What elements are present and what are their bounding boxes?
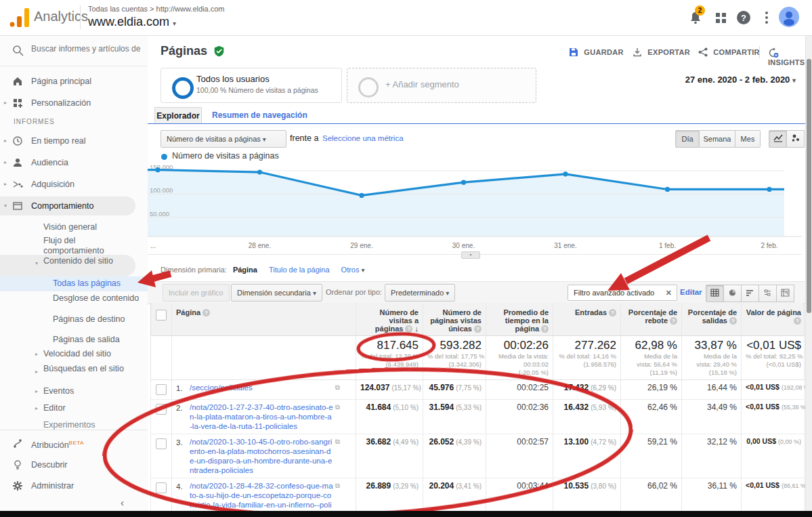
help-icon[interactable]: ? <box>735 9 752 26</box>
help-badge-icon[interactable]: ? <box>670 317 677 325</box>
row-checkbox[interactable] <box>156 404 167 415</box>
sidebar-item-behavior-flow[interactable]: Flujo del comportamiento <box>43 236 138 256</box>
sidebar-item-admin[interactable]: Administrar <box>0 477 148 495</box>
line-chart-button[interactable] <box>769 130 787 148</box>
dimension-page-title[interactable]: Titulo de la página <box>269 266 330 274</box>
sidebar-bottom-group: AtribuciónBETA Descubrir Administrar ‹ <box>0 430 148 517</box>
export-button[interactable]: EXPORTAR <box>633 47 690 57</box>
sidebar-item-experiments[interactable]: Experimentos <box>43 420 138 430</box>
sidebar-item-home[interactable]: Página principal <box>0 73 148 90</box>
segment-card-all-users[interactable]: Todos los usuarios 100,00 % Número de vi… <box>161 68 342 103</box>
dimension-others[interactable]: Otros ▾ <box>341 266 365 274</box>
metric-selector-dropdown[interactable]: Número de visitas a páginas ▾ <box>161 130 286 148</box>
row-checkbox[interactable] <box>156 438 167 449</box>
day-button[interactable]: Día <box>675 130 700 148</box>
analytics-logo-icon[interactable] <box>9 8 30 27</box>
comparison-view-button[interactable] <box>759 285 777 302</box>
select-all-checkbox[interactable] <box>156 310 167 320</box>
share-button[interactable]: COMPARTIR <box>698 47 760 57</box>
add-segment-card[interactable]: + Añadir segmento <box>347 68 536 103</box>
data-table-view-button[interactable] <box>706 285 724 302</box>
chart-resize-handle[interactable]: ▾ <box>461 251 480 259</box>
help-badge-icon[interactable]: ? <box>794 317 801 325</box>
column-header[interactable]: Página? <box>171 303 356 335</box>
sidebar-item-overview[interactable]: Visión general <box>43 222 138 232</box>
sidebar-item-acquisition[interactable]: ▸ Adquisición <box>0 175 148 193</box>
sidebar-item-all-pages[interactable]: Todas las páginas <box>53 278 141 289</box>
sidebar-item-audience[interactable]: ▸ Audiencia <box>0 154 148 171</box>
help-badge-icon[interactable]: ? <box>541 325 549 333</box>
sort-type-dropdown[interactable]: Predeterminado ▾ <box>385 284 455 302</box>
scrollbar-thumb[interactable] <box>807 59 811 313</box>
sidebar-item-customization[interactable]: ▸ Personalización <box>0 94 148 112</box>
edit-filter-link[interactable]: Editar <box>680 288 702 296</box>
month-button[interactable]: Mes <box>735 130 761 148</box>
page-cell: 2./nota/2020-1-27-2-37-40-otro-asesinato… <box>171 400 356 434</box>
include-in-chart-button[interactable]: Incluir en gráfico <box>163 284 230 302</box>
sidebar-item-attribution[interactable]: AtribuciónBETA <box>0 434 148 452</box>
open-page-icon[interactable]: ⧉ <box>333 482 340 489</box>
expand-arrow-icon: ▸ <box>35 369 38 375</box>
vertical-scrollbar[interactable] <box>805 35 812 517</box>
help-badge-icon[interactable]: ? <box>474 325 482 333</box>
sidebar-item-behavior[interactable]: ▾ Comportamiento <box>0 197 148 215</box>
secondary-dimension-dropdown[interactable]: Dimensión secundaria ▾ <box>231 284 322 302</box>
column-header[interactable]: Valor de página? <box>741 303 805 335</box>
help-badge-icon[interactable]: ? <box>609 309 616 316</box>
performance-view-button[interactable] <box>742 285 759 302</box>
week-button[interactable]: Semana <box>700 130 735 148</box>
table-row: 2./nota/2020-1-27-2-37-40-otro-asesinato… <box>150 400 805 434</box>
column-header[interactable]: Número de visitas a páginas? ↓ <box>356 303 423 335</box>
help-badge-icon[interactable]: ? <box>729 317 737 325</box>
collapse-sidebar-icon[interactable]: ‹ <box>121 497 124 508</box>
tab-explorer[interactable]: Explorador <box>154 107 202 124</box>
dimension-page[interactable]: Página <box>233 266 257 274</box>
sort-type-label: Ordenar por tipo: <box>326 288 382 296</box>
sidebar-item-site-speed[interactable]: Velocidad del sitio <box>43 349 138 359</box>
pivot-view-button[interactable] <box>777 285 794 302</box>
beta-badge: BETA <box>69 440 84 446</box>
column-header[interactable]: Promedio de tiempo en la página? <box>486 303 553 335</box>
account-selector[interactable]: www.eldia.com ▾ <box>88 15 176 29</box>
page-url-link[interactable]: /nota/2020-1-27-2-37-40-otro-asesinato-e… <box>190 402 333 431</box>
close-icon[interactable]: ✕ <box>666 285 672 300</box>
avg-time-cell: 00:02:36 <box>486 400 553 434</box>
more-options-icon[interactable] <box>758 9 775 26</box>
motion-chart-button[interactable] <box>787 130 805 148</box>
open-page-icon[interactable]: ⧉ <box>333 384 340 391</box>
header-divider <box>80 5 81 30</box>
sidebar-search[interactable] <box>0 41 148 62</box>
percentage-view-button[interactable] <box>724 285 742 302</box>
page-url-link[interactable]: /nota/2020-1-30-10-45-0-otro-robo-sangri… <box>190 437 333 475</box>
breadcrumb[interactable]: Todas las cuentas > http://www.eldia.com <box>88 5 224 13</box>
column-header[interactable]: Porcentaje de rebote? <box>620 303 681 335</box>
help-badge-icon[interactable]: ? <box>405 325 412 333</box>
sidebar-item-events[interactable]: Eventos <box>43 386 138 396</box>
sidebar-item-content-drilldown[interactable]: Desglose de contenido <box>53 293 141 304</box>
row-checkbox[interactable] <box>156 482 167 493</box>
tab-navigation-summary[interactable]: Resumen de navegación <box>212 107 307 123</box>
open-page-icon[interactable]: ⧉ <box>333 403 340 411</box>
save-button[interactable]: GUARDAR <box>569 47 624 57</box>
gear-icon <box>12 480 23 491</box>
sidebar-item-landing-pages[interactable]: Páginas de destino <box>53 314 141 325</box>
sidebar-item-exit-pages[interactable]: Páginas de salida <box>53 335 141 345</box>
help-badge-icon[interactable]: ? <box>202 309 210 316</box>
date-range-selector[interactable]: 27 ene. 2020 - 2 feb. 2020 ▾ <box>685 75 796 85</box>
apps-grid-icon[interactable] <box>713 9 729 26</box>
segment-title: Todos los usuarios <box>196 74 270 84</box>
sidebar-item-site-search[interactable]: Búsquedas en el sitio <box>43 364 138 374</box>
avatar[interactable] <box>779 7 799 27</box>
select-metric-link[interactable]: Seleccione una métrica <box>322 134 404 142</box>
sidebar-item-site-content[interactable]: Contenido del sitio <box>43 256 138 266</box>
column-header[interactable]: Porcentaje de salidas? <box>681 303 741 335</box>
row-checkbox[interactable] <box>156 384 167 395</box>
column-header[interactable]: Entradas? <box>553 303 620 335</box>
column-header[interactable]: Número de páginas vistas únicas? <box>423 303 486 335</box>
sidebar-item-publisher[interactable]: Editor <box>43 403 138 413</box>
open-page-icon[interactable]: ⧉ <box>333 438 340 445</box>
sidebar-item-realtime[interactable]: ▸ En tiempo real <box>0 132 148 150</box>
page-url-link[interactable]: /seccion/policiales <box>190 383 333 392</box>
search-input[interactable] <box>30 43 144 54</box>
sidebar-item-discover[interactable]: Descubrir <box>0 456 148 474</box>
